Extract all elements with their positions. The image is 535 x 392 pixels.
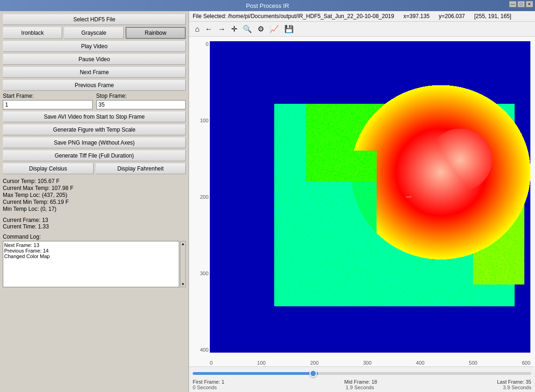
- display-row: Display Celsius Display Fahrenheit: [3, 163, 186, 174]
- pause-video-button[interactable]: Pause Video: [3, 54, 186, 65]
- stop-frame-label: Stop Frame:: [96, 93, 186, 99]
- status-section: Cursor Temp: 105.67 F Current Max Temp: …: [3, 178, 186, 212]
- end-time: 3.9 Seconds: [503, 385, 531, 390]
- select-hdf5-button[interactable]: Select HDF5 File: [3, 14, 186, 25]
- x-axis-labels: 0 100 200 300 400 500 600: [210, 360, 530, 366]
- left-panel: Select HDF5 File Ironblack Grayscale Rai…: [0, 11, 189, 392]
- frame-slider[interactable]: [193, 372, 531, 375]
- main-content: Select HDF5 File Ironblack Grayscale Rai…: [0, 11, 535, 392]
- info-bar: File Selected: /home/pi/Documents/output…: [189, 11, 535, 22]
- log-scroll-down[interactable]: ▼: [181, 282, 185, 286]
- zoom-button[interactable]: 🔍: [240, 23, 254, 35]
- back-button[interactable]: ←: [203, 24, 215, 35]
- save-png-button[interactable]: Save PNG Image (Without Axes): [3, 137, 186, 148]
- y-label-400: 400: [190, 347, 208, 353]
- command-log-box[interactable]: Next Frame: 13Previous Frame: 14Changed …: [3, 241, 179, 287]
- home-button[interactable]: ⌂: [193, 24, 202, 35]
- save-button[interactable]: 💾: [282, 23, 296, 35]
- chart-inner: 0 100 200 300 400 0 100 200 300 400 500 …: [189, 37, 535, 367]
- title-bar: Post Process IR — □ ✕: [0, 0, 535, 11]
- coords-x: x=397.135: [403, 13, 429, 19]
- start-frame-label: Start Frame:: [3, 93, 93, 99]
- slider-track: [193, 369, 531, 378]
- y-label-300: 300: [190, 271, 208, 276]
- max-temp-loc: Max Temp Loc: (437, 205): [3, 192, 186, 198]
- minimize-button[interactable]: —: [509, 1, 516, 7]
- slider-sublabels: 0 Seconds 1.9 Seconds 3.9 Seconds: [193, 385, 531, 390]
- coords-rgb: [255, 191, 165]: [474, 13, 511, 19]
- save-avi-button[interactable]: Save AVI Video from Start to Stop Frame: [3, 111, 186, 122]
- current-min-temp: Current Min Temp: 65.19 F: [3, 199, 186, 205]
- ironblack-button[interactable]: Ironblack: [3, 27, 62, 39]
- log-scroll-up[interactable]: ▲: [181, 242, 185, 246]
- thermal-image: [210, 41, 530, 353]
- mid-time: 1.9 Seconds: [346, 385, 374, 390]
- y-label-0: 0: [190, 41, 208, 47]
- generate-figure-button[interactable]: Generate Figure with Temp Scale: [3, 124, 186, 135]
- command-log-label: Command Log:: [3, 234, 186, 240]
- window-controls: — □ ✕: [509, 1, 533, 7]
- mid-frame-label: Mid Frame: 18: [344, 379, 377, 385]
- display-celsius-button[interactable]: Display Celsius: [3, 163, 94, 174]
- y-axis-labels: 0 100 200 300 400: [190, 41, 208, 353]
- toolbar: ⌂ ← → ✛ 🔍 ⚙ 📈 💾: [189, 22, 535, 37]
- first-frame-label: First Frame: 1: [193, 379, 224, 385]
- coords-y: y=206.037: [439, 13, 465, 19]
- move-button[interactable]: ✛: [229, 23, 239, 35]
- previous-frame-button[interactable]: Previous Frame: [3, 80, 186, 91]
- colormap-row: Ironblack Grayscale Rainbow: [3, 27, 186, 39]
- chart-button[interactable]: 📈: [267, 23, 281, 35]
- min-temp-loc: Min Temp Loc: (0, 17): [3, 206, 186, 212]
- maximize-button[interactable]: □: [517, 1, 525, 7]
- log-section: Command Log: Next Frame: 13Previous Fram…: [3, 234, 186, 389]
- frame-inputs: Start Frame: Stop Frame:: [3, 93, 186, 109]
- start-frame-group: Start Frame:: [3, 93, 93, 109]
- play-video-button[interactable]: Play Video: [3, 41, 186, 52]
- start-time: 0 Seconds: [193, 385, 217, 390]
- slider-labels: First Frame: 1 Mid Frame: 18 Last Frame:…: [193, 379, 531, 385]
- cursor-temp: Cursor Temp: 105.67 F: [3, 178, 186, 184]
- settings-button[interactable]: ⚙: [255, 23, 266, 35]
- y-label-200: 200: [190, 194, 208, 200]
- last-frame-label: Last Frame: 35: [497, 379, 531, 385]
- grayscale-button[interactable]: Grayscale: [64, 27, 123, 39]
- generate-tiff-button[interactable]: Generate Tiff File (Full Duration): [3, 150, 186, 161]
- slider-area: First Frame: 1 Mid Frame: 18 Last Frame:…: [189, 367, 535, 392]
- next-frame-button[interactable]: Next Frame: [3, 67, 186, 78]
- right-panel: File Selected: /home/pi/Documents/output…: [189, 11, 535, 392]
- file-info: File Selected: /home/pi/Documents/output…: [193, 13, 394, 19]
- start-frame-input[interactable]: [3, 100, 93, 109]
- close-button[interactable]: ✕: [526, 1, 533, 7]
- stop-frame-group: Stop Frame:: [96, 93, 186, 109]
- forward-button[interactable]: →: [216, 24, 228, 35]
- current-frame: Current Frame: 13: [3, 217, 48, 223]
- display-fahrenheit-button[interactable]: Display Fahrenheit: [95, 163, 186, 174]
- current-max-temp: Current Max Temp: 107.98 F: [3, 185, 186, 191]
- y-label-100: 100: [190, 118, 208, 123]
- rainbow-button[interactable]: Rainbow: [126, 27, 186, 39]
- chart-area: 0 100 200 300 400 0 100 200 300 400 500 …: [189, 37, 535, 367]
- stop-frame-input[interactable]: [96, 100, 186, 109]
- frame-info: Current Frame: 13 Current Time: 1.33: [3, 217, 186, 230]
- app-title: Post Process IR: [246, 2, 289, 9]
- current-time: Current Time: 1.33: [3, 223, 49, 230]
